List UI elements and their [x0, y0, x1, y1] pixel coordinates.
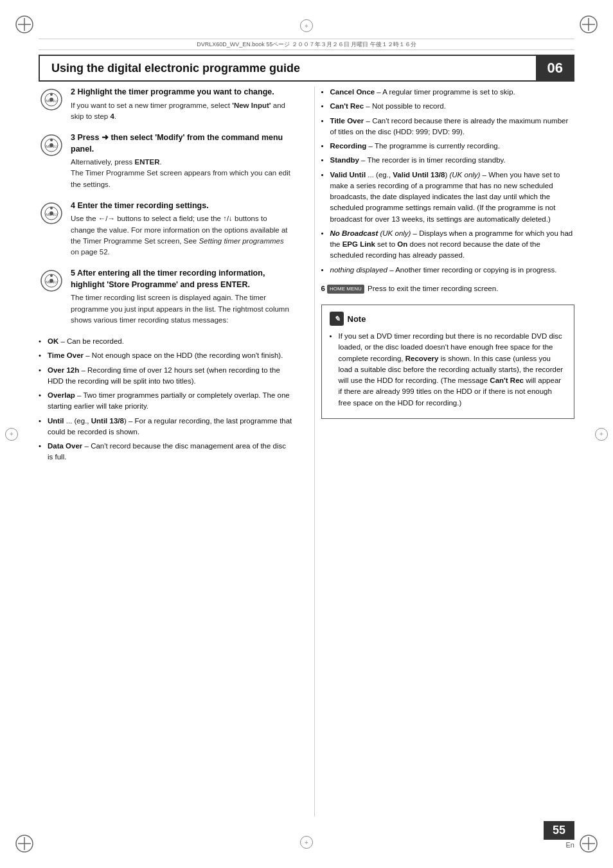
corner-mark-bl — [12, 831, 37, 856]
chapter-title: Using the digital electronic programme g… — [39, 55, 536, 82]
step-2-body: If you want to set a new timer programme… — [71, 100, 292, 123]
corner-mark-tl — [12, 12, 37, 37]
bullet-cant-rec: Can't Rec – Not possible to record. — [321, 101, 575, 112]
right-column: Cancel Once – A regular timer programme … — [314, 87, 575, 817]
step-3-heading: 3 Press ➜ then select 'Modify' from the … — [71, 132, 292, 155]
header-bar: DVRLX60D_WV_EN.book 55ページ ２００７年３月２６日 月曜日… — [39, 39, 574, 50]
step-4-block: MENU 4 Enter the timer recording setting… — [39, 200, 292, 258]
left-column: MENU 2 Highlight the timer programme you… — [39, 87, 299, 817]
step-2-content: 2 Highlight the timer programme you want… — [71, 87, 292, 122]
home-menu-icon: HOME MENU — [327, 285, 364, 294]
status-overlap: Overlap – Two timer programmes partially… — [39, 390, 292, 412]
svg-text:MENU: MENU — [46, 280, 57, 284]
step-5-block: MENU 5 After entering all the timer reco… — [39, 268, 292, 326]
step-2-heading: 2 Highlight the timer programme you want… — [71, 87, 292, 98]
step-3-number: 3 — [71, 133, 77, 142]
step-3-body: Alternatively, press ENTER. The Timer Pr… — [71, 157, 292, 190]
step-3-icon: MENU — [39, 132, 64, 158]
left-center-mark — [5, 428, 18, 441]
section-6: 6 HOME MENU Press to exit the timer reco… — [321, 283, 575, 294]
step-5-body: The timer recording list screen is displ… — [71, 292, 292, 326]
bullet-valid-until: Valid Until ... (eg., Valid Until 13/8) … — [321, 170, 575, 225]
corner-mark-br — [576, 831, 601, 856]
bullet-no-broadcast: No Broadcast (UK only) – Displays when a… — [321, 228, 575, 261]
step-3-block: MENU 3 Press ➜ then select 'Modify' from… — [39, 132, 292, 190]
bullet-standby: Standby – The recorder is in timer recor… — [321, 155, 575, 166]
status-ok: OK – Can be recorded. — [39, 336, 292, 347]
status-over-12h: Over 12h – Recording time of over 12 hou… — [39, 365, 292, 387]
step-5-heading: 5 After entering all the timer recording… — [71, 268, 292, 290]
chapter-title-area: Using the digital electronic programme g… — [39, 55, 574, 82]
step-4-icon: MENU — [39, 200, 64, 226]
section-6-label: 6 — [321, 285, 328, 292]
step-2-icon: MENU — [39, 87, 64, 112]
step-3-content: 3 Press ➜ then select 'Modify' from the … — [71, 132, 292, 190]
page-footer: 55 En — [544, 821, 574, 849]
status-data-over: Data Over – Can't record because the dis… — [39, 441, 292, 463]
status-time-over: Time Over – Not enough space on the HDD … — [39, 350, 292, 361]
page: DVRLX60D_WV_EN.book 55ページ ２００７年３月２６日 月曜日… — [0, 0, 613, 868]
content-area: MENU 2 Highlight the timer programme you… — [39, 87, 574, 817]
step-4-heading: 4 Enter the timer recording settings. — [71, 200, 292, 212]
bullet-title-over: Title Over – Can't record because there … — [321, 116, 575, 138]
svg-text:✎: ✎ — [333, 315, 339, 323]
page-number: 55 — [544, 821, 574, 840]
header-text: DVRLX60D_WV_EN.book 55ページ ２００７年３月２６日 月曜日… — [197, 40, 416, 49]
svg-point-25 — [50, 207, 53, 209]
status-until: Until ... (eg., Until 13/8) – For a regu… — [39, 416, 292, 438]
note-box: ✎ Note If you set a DVD timer recording … — [321, 305, 575, 419]
note-header: ✎ Note — [330, 312, 567, 326]
svg-text:MENU: MENU — [46, 213, 57, 217]
step-5-heading-text: After entering all the timer recording i… — [71, 269, 265, 289]
step-5-content: 5 After entering all the timer recording… — [71, 268, 292, 326]
note-icon: ✎ — [330, 312, 344, 326]
step-4-number: 4 — [71, 201, 77, 210]
step-5-number: 5 — [71, 269, 77, 278]
corner-mark-tr — [576, 12, 601, 37]
svg-point-20 — [50, 139, 53, 141]
svg-point-30 — [50, 274, 53, 277]
step-2-heading-text: Highlight the timer programme you want t… — [77, 87, 274, 96]
svg-text:MENU: MENU — [46, 99, 57, 103]
note-title: Note — [348, 314, 366, 324]
status-messages-list: OK – Can be recorded. Time Over – Not en… — [39, 336, 292, 463]
chapter-number: 06 — [536, 55, 574, 82]
note-body: If you set a DVD timer recording but the… — [330, 331, 567, 409]
step-2-number: 2 — [71, 87, 77, 96]
step-4-body: Use the ←/→ buttons to select a field; u… — [71, 213, 292, 258]
top-center-mark — [300, 19, 313, 32]
step-5-icon: MENU — [39, 268, 64, 294]
step-3-heading-text: Press ➜ then select 'Modify' from the co… — [71, 133, 283, 154]
bullet-recording: Recording – The programme is currently r… — [321, 141, 575, 152]
svg-text:MENU: MENU — [46, 145, 57, 148]
svg-point-15 — [50, 93, 53, 96]
section-6-text: Press to exit the timer recording screen… — [368, 285, 498, 292]
page-number-sub: En — [566, 841, 574, 849]
right-center-mark — [595, 428, 608, 441]
bullet-nothing-displayed: nothing displayed – Another timer record… — [321, 265, 575, 276]
step-4-content: 4 Enter the timer recording settings. Us… — [71, 200, 292, 258]
bottom-center-mark — [300, 836, 313, 849]
right-bullets-list: Cancel Once – A regular timer programme … — [321, 87, 575, 276]
step-4-heading-text: Enter the timer recording settings. — [77, 201, 208, 210]
step-2-block: MENU 2 Highlight the timer programme you… — [39, 87, 292, 122]
note-bullet: If you set a DVD timer recording but the… — [330, 331, 567, 409]
bullet-cancel-once: Cancel Once – A regular timer programme … — [321, 87, 575, 98]
